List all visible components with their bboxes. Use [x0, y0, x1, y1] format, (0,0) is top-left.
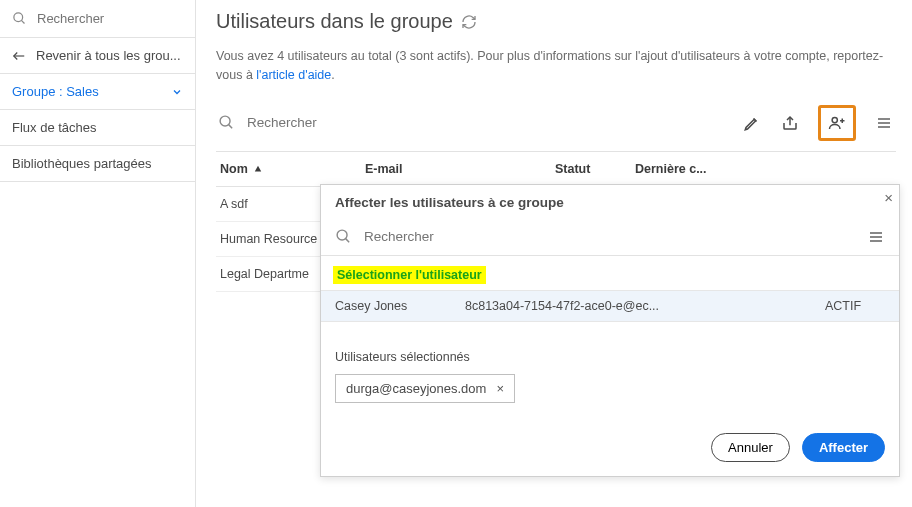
user-name: Casey Jones [335, 299, 465, 313]
subtitle-post: . [331, 68, 334, 82]
sidebar-item-label: Bibliothèques partagées [12, 156, 152, 171]
cell-name: Human Resource [220, 232, 317, 246]
page-title: Utilisateurs dans le groupe [216, 10, 896, 33]
back-label: Revenir à tous les grou... [36, 48, 181, 63]
svg-point-6 [832, 117, 837, 122]
close-icon[interactable]: × [884, 189, 893, 206]
page-subtitle: Vous avez 4 utilisateurs au total (3 son… [216, 47, 896, 85]
svg-marker-12 [255, 165, 261, 171]
dialog-title: Affecter les utilisateurs à ce groupe [321, 185, 899, 222]
col-name-label: Nom [220, 162, 248, 176]
col-name[interactable]: Nom [220, 162, 365, 176]
sidebar: Revenir à tous les grou... Groupe : Sale… [0, 0, 196, 507]
selected-users-label: Utilisateurs sélectionnés [321, 322, 899, 374]
search-icon [218, 114, 235, 131]
export-icon[interactable] [780, 113, 800, 133]
chip-text: durga@caseyjones.dom [346, 381, 486, 396]
sidebar-item-label: Flux de tâches [12, 120, 97, 135]
edit-icon[interactable] [742, 113, 762, 133]
sidebar-item-workflows[interactable]: Flux de tâches [0, 110, 195, 146]
svg-point-0 [14, 13, 23, 22]
group-active-label: Groupe : Sales [12, 84, 99, 99]
table-header: Nom E-mail Statut Dernière c... [216, 152, 896, 187]
svg-line-4 [229, 125, 233, 129]
col-email[interactable]: E-mail [365, 162, 555, 176]
chevron-down-icon [171, 86, 183, 98]
svg-point-3 [220, 116, 230, 126]
assign-users-dialog: × Affecter les utilisateurs à ce groupe … [320, 184, 900, 477]
user-row[interactable]: Casey Jones 8c813a04-7154-47f2-ace0-e@ec… [321, 290, 899, 322]
svg-line-14 [346, 239, 350, 243]
menu-icon[interactable] [874, 113, 894, 133]
chip-area: durga@caseyjones.dom × [321, 374, 899, 433]
user-status: ACTIF [825, 299, 885, 313]
page-title-text: Utilisateurs dans le groupe [216, 10, 453, 33]
sidebar-search[interactable] [0, 0, 195, 38]
dialog-search-input[interactable] [362, 228, 857, 245]
assign-button[interactable]: Affecter [802, 433, 885, 462]
col-last[interactable]: Dernière c... [635, 162, 725, 176]
sort-asc-icon [254, 165, 262, 173]
menu-icon[interactable] [867, 229, 885, 245]
sidebar-item-shared-libs[interactable]: Bibliothèques partagées [0, 146, 195, 182]
selected-user-chip: durga@caseyjones.dom × [335, 374, 515, 403]
dialog-search [321, 222, 899, 256]
dialog-footer: Annuler Affecter [321, 433, 899, 476]
back-to-groups[interactable]: Revenir à tous les grou... [0, 38, 195, 74]
col-status[interactable]: Statut [555, 162, 635, 176]
arrow-left-icon [12, 49, 26, 63]
cell-name: A sdf [220, 197, 248, 211]
help-link[interactable]: l'article d'aide [256, 68, 331, 82]
refresh-icon[interactable] [461, 14, 477, 30]
remove-chip-icon[interactable]: × [496, 381, 504, 396]
sidebar-search-input[interactable] [35, 10, 207, 27]
table-search-input[interactable] [245, 114, 742, 131]
svg-point-13 [337, 230, 347, 240]
search-icon [12, 11, 27, 26]
group-active[interactable]: Groupe : Sales [0, 74, 195, 110]
cancel-button[interactable]: Annuler [711, 433, 790, 462]
cell-name: Legal Departme [220, 267, 309, 281]
table-toolbar [216, 99, 896, 152]
add-users-button[interactable] [818, 105, 856, 141]
select-user-label: Sélectionner l'utilisateur [333, 266, 486, 284]
user-email: 8c813a04-7154-47f2-ace0-e@ec... [465, 299, 695, 313]
search-icon [335, 228, 352, 245]
svg-line-1 [21, 20, 24, 23]
